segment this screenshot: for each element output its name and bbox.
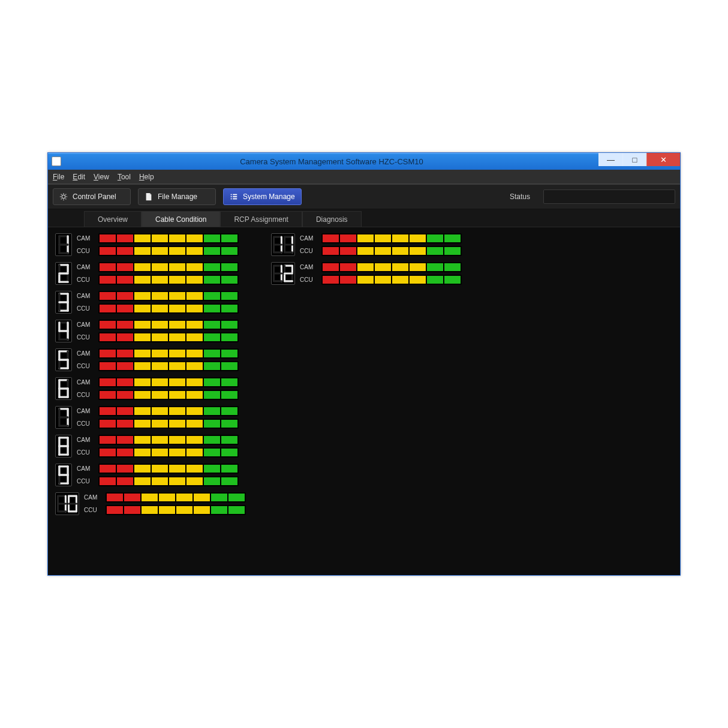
meter-segment [176, 494, 192, 501]
meter-segment [340, 234, 356, 242]
ccu-meter [98, 361, 239, 371]
meter-segment [221, 477, 237, 485]
ccu-row: CCU [300, 246, 462, 256]
menubar: File Edit View Tool Help [48, 170, 680, 184]
meter-segment [152, 362, 168, 370]
meter-segment [204, 350, 220, 357]
ccu-label: CCU [300, 276, 318, 283]
ccu-label: CCU [77, 392, 95, 398]
meter-segment [169, 391, 185, 399]
cam-meter [98, 262, 239, 272]
meter-segment [117, 449, 133, 456]
file-manage-button[interactable]: File Manage [138, 188, 216, 205]
meter-segment [427, 247, 443, 255]
close-button[interactable]: ✕ [646, 153, 680, 166]
meter-segment [169, 378, 185, 386]
maximize-button[interactable]: □ [622, 153, 646, 166]
channel-rows: CAM CCU [77, 406, 239, 429]
tab-rcp-assignment[interactable]: RCP Assignment [220, 211, 302, 227]
meter-segment [204, 436, 220, 444]
tab-diagnosis[interactable]: Diagnosis [302, 211, 362, 227]
meter-segment [340, 276, 356, 284]
meter-segment [392, 276, 408, 284]
meter-segment [392, 234, 408, 242]
meter-segment [134, 350, 151, 357]
tab-overview[interactable]: Overview [84, 211, 142, 227]
app-window: Camera System Management Software HZC-CS… [47, 152, 681, 576]
menu-view[interactable]: View [94, 173, 109, 181]
channel-number-display [55, 464, 72, 486]
meter-segment [410, 247, 426, 255]
channel-4: CAM CCU [55, 320, 253, 342]
channel-number-display [55, 435, 72, 458]
meter-segment [117, 362, 133, 370]
ccu-meter [98, 390, 239, 400]
menu-edit[interactable]: Edit [73, 173, 85, 181]
meter-segment [100, 276, 116, 284]
meter-segment [340, 263, 356, 271]
minimize-button[interactable]: — [598, 153, 622, 166]
meter-segment [169, 407, 185, 415]
channel-11: CAM CCU [271, 233, 469, 256]
meter-segment [142, 506, 158, 514]
cam-meter [98, 435, 239, 445]
channel-1: CAM CCU [55, 233, 253, 256]
ccu-label: CCU [77, 276, 95, 283]
menu-help[interactable]: Help [139, 173, 154, 181]
meter-segment [357, 263, 374, 271]
meter-segment [357, 234, 374, 242]
cam-row: CAM [77, 435, 239, 445]
meter-segment [134, 407, 151, 415]
meter-segment [176, 506, 192, 514]
svg-line-6 [65, 198, 66, 199]
meter-segment [100, 449, 116, 456]
channel-number-display [55, 262, 72, 285]
meter-segment [124, 506, 140, 514]
tab-cable-condition[interactable]: Cable Condition [142, 211, 220, 227]
ccu-row: CCU [77, 419, 239, 429]
meter-segment [323, 234, 339, 242]
meter-segment [100, 391, 116, 399]
cam-row: CAM [300, 233, 462, 243]
meter-segment [152, 276, 168, 284]
system-manage-button[interactable]: System Manage [223, 188, 302, 205]
meter-segment [159, 494, 175, 501]
channel-rows: CAM CCU [77, 464, 239, 486]
svg-rect-9 [231, 194, 232, 195]
meter-segment [169, 477, 185, 485]
meter-segment [134, 449, 151, 456]
cam-label: CAM [77, 264, 95, 270]
menu-file[interactable]: File [53, 173, 64, 181]
cam-row: CAM [77, 320, 239, 330]
meter-segment [117, 436, 133, 444]
menu-tool[interactable]: Tool [118, 173, 131, 181]
control-panel-button[interactable]: Control Panel [53, 188, 131, 205]
meter-segment [186, 234, 203, 242]
meter-segment [410, 234, 426, 242]
meter-segment [152, 333, 168, 341]
channel-rows: CAM CCU [77, 348, 239, 371]
meter-segment [221, 350, 237, 357]
meter-segment [134, 477, 151, 485]
ccu-label: CCU [77, 248, 95, 254]
channel-number-display [55, 233, 72, 256]
ccu-meter [106, 505, 246, 515]
meter-segment [152, 378, 168, 386]
channel-number-display [271, 262, 295, 285]
meter-segment [375, 247, 391, 255]
control-panel-label: Control Panel [73, 192, 116, 201]
ccu-label: CCU [300, 248, 318, 254]
meter-segment [152, 477, 168, 485]
ccu-row: CCU [300, 275, 462, 285]
titlebar: Camera System Management Software HZC-CS… [48, 153, 680, 170]
meter-segment [169, 247, 185, 255]
meter-segment [186, 391, 203, 399]
meter-segment [221, 420, 237, 428]
cam-meter [321, 233, 462, 243]
meter-segment [375, 263, 391, 271]
channel-10: CAM CCU [55, 492, 253, 515]
meter-segment [152, 465, 168, 473]
meter-segment [204, 477, 220, 485]
ccu-label: CCU [84, 507, 102, 513]
meter-segment [169, 449, 185, 456]
